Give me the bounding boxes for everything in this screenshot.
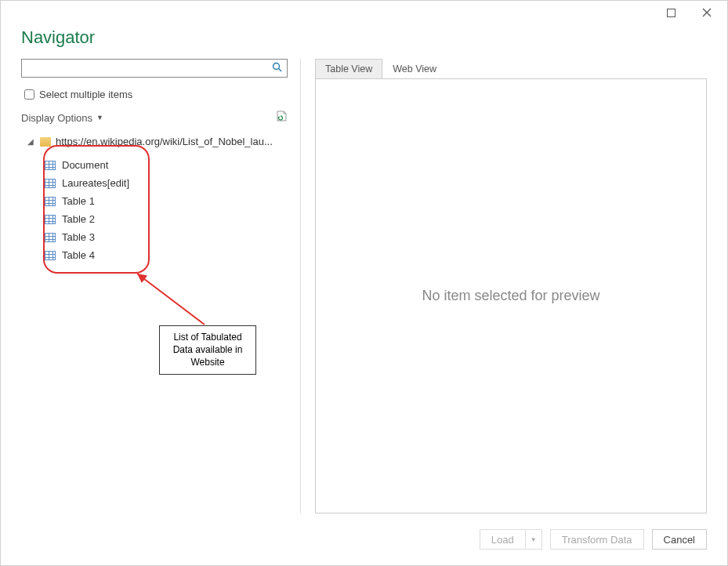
tree-item-label: Table 3 [62, 231, 95, 243]
tab-table-view[interactable]: Table View [315, 59, 382, 78]
load-button[interactable]: Load [480, 529, 525, 550]
maximize-button[interactable] [654, 2, 688, 24]
table-icon [45, 215, 56, 224]
tree-item-label: Laureates[edit] [62, 177, 129, 189]
annotation-callout: List of Tabulated Data available in Webs… [159, 325, 256, 375]
tree-children: Document Laureates[edit] Table 1 Table 2… [21, 151, 288, 269]
display-options-dropdown[interactable]: Display Options ▼ [21, 112, 103, 124]
chevron-down-icon: ▼ [531, 536, 537, 543]
table-icon [45, 179, 56, 188]
folder-icon [40, 137, 51, 147]
search-wrapper [21, 59, 288, 78]
preview-area: No item selected for preview [315, 78, 707, 513]
refresh-icon[interactable] [275, 110, 288, 125]
transform-data-button[interactable]: Transform Data [550, 529, 644, 550]
collapse-icon[interactable]: ◢ [27, 137, 35, 146]
dialog-footer: Load ▼ Transform Data Cancel [1, 521, 727, 561]
table-icon [45, 251, 56, 260]
close-button[interactable] [690, 2, 724, 24]
tree-root-label: https://en.wikipedia.org/wiki/List_of_No… [56, 136, 288, 147]
load-split-button[interactable]: Load ▼ [480, 529, 542, 550]
select-multiple-label: Select multiple items [39, 89, 132, 100]
tree-item-label: Table 2 [62, 213, 95, 225]
preview-panel: Table View Web View No item selected for… [300, 59, 707, 513]
search-icon[interactable] [272, 62, 283, 76]
tree-item[interactable]: Table 3 [26, 228, 283, 246]
svg-line-4 [279, 69, 282, 72]
search-input[interactable] [21, 59, 288, 78]
tree-item[interactable]: Table 1 [26, 192, 283, 210]
tree-item[interactable]: Table 4 [26, 246, 283, 264]
table-icon [45, 233, 56, 242]
tree-item[interactable]: Table 2 [26, 210, 283, 228]
dialog-title: Navigator [21, 27, 95, 47]
table-icon [45, 197, 56, 206]
tree-root-node[interactable]: ◢ https://en.wikipedia.org/wiki/List_of_… [21, 133, 288, 150]
titlebar [1, 1, 727, 24]
preview-empty-label: No item selected for preview [422, 288, 599, 304]
tree-item-label: Table 1 [62, 195, 95, 207]
chevron-down-icon: ▼ [96, 114, 103, 122]
navigator-panel: Select multiple items Display Options ▼ … [21, 59, 288, 513]
tree-item-label: Table 4 [62, 249, 95, 261]
tab-web-view[interactable]: Web View [382, 59, 447, 78]
preview-tabs: Table View Web View [315, 59, 707, 78]
tree-item-label: Document [62, 159, 108, 171]
load-dropdown-button[interactable]: ▼ [525, 529, 542, 550]
tree-item[interactable]: Document [26, 156, 283, 174]
select-multiple-checkbox[interactable] [24, 89, 34, 100]
cancel-button[interactable]: Cancel [652, 529, 707, 550]
svg-rect-0 [667, 9, 675, 16]
select-multiple-row[interactable]: Select multiple items [21, 87, 288, 102]
tree-item[interactable]: Laureates[edit] [26, 174, 283, 192]
display-options-label: Display Options [21, 112, 92, 124]
table-icon [45, 161, 56, 170]
svg-point-3 [273, 63, 280, 70]
dialog-header: Navigator [1, 24, 727, 59]
navigator-tree: ◢ https://en.wikipedia.org/wiki/List_of_… [21, 133, 288, 269]
